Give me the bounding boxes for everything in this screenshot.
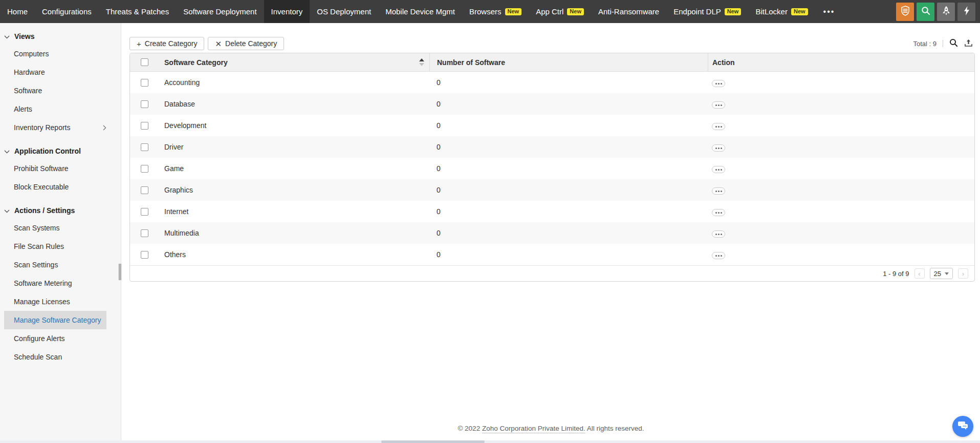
- chat-widget-button[interactable]: [952, 416, 973, 437]
- sidebar-item-scan-systems[interactable]: Scan Systems: [4, 219, 106, 237]
- nav-item-inventory[interactable]: Inventory: [264, 0, 310, 23]
- sidebar-item-label: File Scan Rules: [14, 242, 64, 250]
- sidebar-item-label: Prohibit Software: [14, 164, 69, 173]
- table-row-driver: Driver 0: [130, 136, 974, 158]
- sidebar-section-header-actions-settings[interactable]: Actions / Settings: [0, 202, 121, 219]
- sort-toggle[interactable]: [419, 58, 424, 66]
- row-actions-button[interactable]: [712, 187, 725, 195]
- section-title: Actions / Settings: [14, 206, 75, 215]
- row-actions-button[interactable]: [712, 123, 725, 130]
- category-name[interactable]: Multimedia: [159, 229, 429, 237]
- previous-page-button[interactable]: ‹: [914, 268, 925, 279]
- scrollbar-thumb[interactable]: [381, 440, 485, 443]
- nav-item-os-deployment[interactable]: OS Deployment: [310, 0, 378, 23]
- sidebar-item-inventory-reports[interactable]: Inventory Reports: [4, 118, 106, 137]
- nav-item-configurations[interactable]: Configurations: [35, 0, 99, 23]
- sidebar-item-label: Block Executable: [14, 183, 69, 191]
- sidebar-item-manage-software-category[interactable]: Manage Software Category: [4, 311, 106, 329]
- row-checkbox[interactable]: [141, 122, 148, 130]
- table-search-button[interactable]: [949, 38, 958, 49]
- sidebar-item-schedule-scan[interactable]: Schedule Scan: [4, 348, 106, 366]
- table-row-game: Game 0: [130, 158, 974, 179]
- nav-item-anti-ransomware[interactable]: Anti-Ransomware: [591, 0, 666, 23]
- nav-item-home[interactable]: Home: [0, 0, 35, 23]
- chevron-down-icon: [4, 147, 10, 155]
- nav-item-mobile-device-mgmt[interactable]: Mobile Device Mgmt: [378, 0, 462, 23]
- category-name[interactable]: Accounting: [159, 78, 429, 87]
- category-name[interactable]: Development: [159, 121, 429, 130]
- nav-more-menu[interactable]: •••: [815, 0, 843, 23]
- horizontal-scrollbar[interactable]: [0, 440, 980, 443]
- create-category-button[interactable]: + Create Category: [129, 37, 204, 50]
- nav-item-endpoint-dlp[interactable]: Endpoint DLPNew: [666, 0, 748, 23]
- row-checkbox[interactable]: [141, 251, 148, 259]
- delete-category-button[interactable]: ✕ Delete Category: [208, 37, 284, 50]
- sidebar-item-hardware[interactable]: Hardware: [4, 63, 106, 81]
- search-icon: [921, 6, 930, 17]
- table-row-multimedia: Multimedia 0: [130, 222, 974, 244]
- row-checkbox[interactable]: [141, 165, 148, 173]
- sidebar-item-computers[interactable]: Computers: [4, 45, 106, 63]
- nav-right-actions: [896, 0, 980, 23]
- global-search-button[interactable]: [917, 3, 934, 21]
- nav-item-browsers[interactable]: BrowsersNew: [462, 0, 529, 23]
- row-checkbox[interactable]: [141, 143, 148, 151]
- sidebar-item-software-metering[interactable]: Software Metering: [4, 274, 106, 292]
- sidebar-item-label: Schedule Scan: [14, 353, 62, 361]
- sort-asc-icon: [419, 58, 424, 61]
- new-badge: New: [567, 8, 584, 15]
- row-actions-button[interactable]: [712, 80, 725, 87]
- row-actions-button[interactable]: [712, 230, 725, 238]
- sidebar-item-block-executable[interactable]: Block Executable: [4, 178, 106, 196]
- category-name[interactable]: Internet: [159, 207, 429, 216]
- whats-new-button[interactable]: [937, 3, 955, 21]
- next-page-button[interactable]: ›: [958, 268, 968, 279]
- category-name[interactable]: Game: [159, 164, 429, 173]
- category-name[interactable]: Database: [159, 100, 429, 108]
- export-button[interactable]: [964, 39, 973, 49]
- nav-item-app-ctrl[interactable]: App CtrlNew: [529, 0, 591, 23]
- row-actions-button[interactable]: [712, 166, 725, 173]
- new-badge: New: [725, 8, 742, 15]
- sidebar-item-software[interactable]: Software: [4, 81, 106, 100]
- row-checkbox[interactable]: [141, 208, 148, 216]
- nav-label: OS Deployment: [317, 7, 371, 16]
- software-count: 0: [429, 100, 708, 108]
- security-shield-button[interactable]: [896, 3, 914, 21]
- sidebar-section-header-application-control[interactable]: Application Control: [0, 143, 121, 159]
- row-actions-button[interactable]: [712, 209, 725, 216]
- software-count: 0: [429, 250, 708, 259]
- category-name[interactable]: Driver: [159, 143, 429, 151]
- nav-item-bitlocker[interactable]: BitLockerNew: [748, 0, 815, 23]
- sidebar-section-header-views[interactable]: Views: [0, 28, 121, 45]
- sidebar-item-configure-alerts[interactable]: Configure Alerts: [4, 329, 106, 348]
- nav-item-threats-patches[interactable]: Threats & Patches: [99, 0, 176, 23]
- page-size-select[interactable]: 25: [930, 268, 953, 279]
- category-name[interactable]: Graphics: [159, 186, 429, 194]
- sidebar-item-file-scan-rules[interactable]: File Scan Rules: [4, 237, 106, 256]
- sidebar-item-alerts[interactable]: Alerts: [4, 100, 106, 118]
- sidebar-item-prohibit-software[interactable]: Prohibit Software: [4, 159, 106, 178]
- row-checkbox[interactable]: [141, 229, 148, 237]
- row-actions-button[interactable]: [712, 144, 725, 152]
- sidebar-item-manage-licenses[interactable]: Manage Licenses: [4, 292, 106, 311]
- zoho-link[interactable]: Zoho Corporation Private Limited.: [482, 425, 585, 433]
- chat-bubbles-icon: [957, 420, 969, 433]
- row-checkbox[interactable]: [141, 186, 148, 194]
- row-actions-button[interactable]: [712, 252, 725, 259]
- nav-item-software-deployment[interactable]: Software Deployment: [176, 0, 264, 23]
- nav-label: Inventory: [271, 7, 303, 16]
- column-label: Software Category: [164, 58, 228, 67]
- column-header-software-category[interactable]: Software Category: [159, 53, 429, 71]
- software-count: 0: [429, 78, 708, 87]
- select-all-checkbox[interactable]: [141, 58, 148, 66]
- row-checkbox[interactable]: [141, 100, 148, 108]
- category-name[interactable]: Others: [159, 250, 429, 259]
- column-header-number-of-software[interactable]: Number of Software: [429, 53, 708, 71]
- row-actions-button[interactable]: [712, 101, 725, 109]
- row-checkbox[interactable]: [141, 79, 148, 87]
- quick-actions-button[interactable]: [957, 3, 975, 21]
- sidebar-item-scan-settings[interactable]: Scan Settings: [4, 256, 106, 274]
- chevron-right-icon: [103, 125, 106, 131]
- software-count: 0: [429, 143, 708, 151]
